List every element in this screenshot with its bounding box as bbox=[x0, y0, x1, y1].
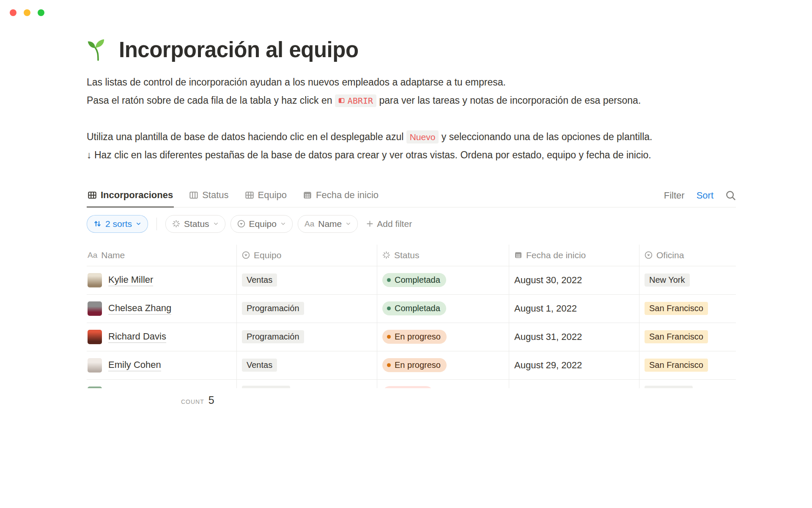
table-footer-count[interactable]: COUNT 5 bbox=[181, 394, 736, 406]
abrir-badge-label: ABRIR bbox=[348, 95, 373, 106]
status-cell[interactable]: En progreso bbox=[377, 323, 509, 351]
equipo-cell[interactable] bbox=[237, 380, 377, 388]
person-page-link[interactable]: Richard Davis bbox=[108, 331, 166, 343]
column-header-fecha-de-inicio[interactable]: Fecha de inicio bbox=[509, 245, 639, 266]
tab-status[interactable]: Status bbox=[188, 187, 229, 207]
chevron-down-icon bbox=[213, 221, 219, 226]
nuevo-badge: Nuevo bbox=[406, 130, 439, 144]
select-icon bbox=[645, 251, 653, 259]
fecha-cell[interactable] bbox=[509, 380, 639, 388]
status-burst-icon bbox=[382, 251, 390, 259]
clipped-row-region bbox=[87, 380, 736, 388]
status-cell[interactable]: Completada bbox=[377, 266, 509, 294]
select-icon bbox=[242, 251, 250, 259]
person-page-link[interactable]: Chelsea Zhang bbox=[108, 303, 171, 315]
oficina-cell[interactable]: San Francisco bbox=[639, 351, 736, 379]
intro-line2-after: para ver las tareas y notas de incorpora… bbox=[379, 95, 641, 106]
status-label: En progreso bbox=[395, 360, 441, 370]
view-tabs: Incorporaciones Status Equipo Fecha de i… bbox=[87, 187, 379, 207]
oficina-cell[interactable]: New York bbox=[639, 266, 736, 294]
column-header-name[interactable]: Aa Name bbox=[87, 245, 237, 266]
tab-equipo[interactable]: Equipo bbox=[244, 187, 288, 207]
fecha-cell[interactable]: August 31, 2022 bbox=[509, 323, 639, 351]
column-header-equipo[interactable]: Equipo bbox=[237, 245, 377, 266]
search-icon[interactable] bbox=[725, 190, 736, 201]
equipo-tag bbox=[242, 386, 290, 388]
status-label: Completada bbox=[395, 275, 440, 285]
equipo-cell[interactable]: Programación bbox=[237, 295, 377, 323]
notion-page: Incorporación al equipo Las listas de co… bbox=[87, 37, 736, 406]
oficina-cell[interactable]: San Francisco bbox=[639, 323, 736, 351]
name-filter-chip[interactable]: Aa Name bbox=[298, 215, 358, 233]
seedling-icon bbox=[87, 39, 110, 61]
sort-button[interactable]: Sort bbox=[697, 190, 713, 201]
oficina-cell[interactable]: San Francisco bbox=[639, 295, 736, 323]
start-date: August 29, 2022 bbox=[514, 360, 582, 371]
intro-line2-before: Pasa el ratón sobre de cada fila de la t… bbox=[87, 95, 332, 106]
oficina-tag bbox=[645, 386, 693, 388]
tab-label: Status bbox=[202, 190, 228, 201]
name-cell[interactable] bbox=[87, 380, 237, 388]
open-page-icon bbox=[338, 97, 345, 104]
close-window-button[interactable] bbox=[10, 9, 16, 16]
start-date: August 30, 2022 bbox=[514, 275, 582, 286]
table-row: Chelsea Zhang Programación Completada Au… bbox=[87, 295, 736, 323]
oficina-tag: San Francisco bbox=[645, 302, 708, 315]
tab-fecha-de-inicio[interactable]: Fecha de inicio bbox=[302, 187, 379, 207]
oficina-cell[interactable] bbox=[639, 380, 736, 388]
column-header-oficina[interactable]: Oficina bbox=[639, 245, 736, 266]
equipo-filter-chip[interactable]: Equipo bbox=[230, 215, 293, 233]
status-cell[interactable] bbox=[377, 380, 509, 388]
board-view-icon bbox=[189, 190, 198, 200]
chevron-down-icon bbox=[346, 221, 351, 226]
equipo-cell[interactable]: Ventas bbox=[237, 266, 377, 294]
chevron-down-icon bbox=[280, 221, 286, 226]
person-page-link[interactable]: Emily Cohen bbox=[108, 359, 161, 371]
status-pill: En progreso bbox=[382, 330, 447, 344]
fecha-cell[interactable]: August 30, 2022 bbox=[509, 266, 639, 294]
equipo-cell[interactable]: Programación bbox=[237, 323, 377, 351]
person-page-link[interactable]: Kylie Miller bbox=[108, 274, 153, 286]
oficina-tag: San Francisco bbox=[645, 330, 708, 343]
name-cell[interactable]: Chelsea Zhang bbox=[87, 295, 237, 323]
sorts-chip[interactable]: 2 sorts bbox=[87, 215, 148, 233]
table-view-icon bbox=[88, 190, 97, 200]
status-dot-icon bbox=[387, 363, 391, 367]
status-cell[interactable]: Completada bbox=[377, 295, 509, 323]
chip-label: Status bbox=[184, 219, 209, 229]
database-toolbar: Incorporaciones Status Equipo Fecha de i… bbox=[87, 187, 736, 207]
zoom-window-button[interactable] bbox=[38, 9, 44, 16]
name-cell[interactable]: Kylie Miller bbox=[87, 266, 237, 294]
sort-arrows-icon bbox=[93, 220, 102, 228]
fecha-cell[interactable]: August 29, 2022 bbox=[509, 351, 639, 379]
status-dot-icon bbox=[387, 306, 391, 310]
column-header-status[interactable]: Status bbox=[377, 245, 509, 266]
minimize-window-button[interactable] bbox=[24, 9, 30, 16]
status-filter-chip[interactable]: Status bbox=[165, 215, 225, 233]
calendar-icon bbox=[514, 251, 522, 259]
intro-paragraph: Las listas de control de incorporación a… bbox=[87, 73, 736, 110]
chevron-down-icon bbox=[136, 221, 141, 226]
status-pill: En progreso bbox=[382, 358, 447, 372]
avatar bbox=[88, 301, 102, 316]
name-cell[interactable]: Richard Davis bbox=[87, 323, 237, 351]
add-filter-button[interactable]: Add filter bbox=[366, 219, 412, 229]
equipo-cell[interactable]: Ventas bbox=[237, 351, 377, 379]
status-cell[interactable]: En progreso bbox=[377, 351, 509, 379]
status-pill: Completada bbox=[382, 273, 446, 287]
avatar bbox=[88, 273, 102, 287]
oficina-tag: New York bbox=[645, 273, 690, 287]
fecha-cell[interactable]: August 1, 2022 bbox=[509, 295, 639, 323]
instr-line2: ↓ Haz clic en las diferentes pestañas de… bbox=[87, 149, 651, 160]
name-cell[interactable]: Emily Cohen bbox=[87, 351, 237, 379]
table-header-row: Aa Name Equipo Status Fecha de inicio Of… bbox=[87, 245, 736, 266]
table-row: Kylie Miller Ventas Completada August 30… bbox=[87, 266, 736, 295]
filter-button[interactable]: Filter bbox=[664, 190, 685, 201]
table-row: Richard Davis Programación En progreso A… bbox=[87, 323, 736, 351]
column-label: Fecha de inicio bbox=[526, 250, 586, 260]
instructions-paragraph: Utiliza una plantilla de base de datos h… bbox=[87, 128, 736, 164]
tab-label: Incorporaciones bbox=[101, 190, 173, 201]
status-pill: Completada bbox=[382, 301, 446, 315]
tab-incorporaciones[interactable]: Incorporaciones bbox=[87, 187, 174, 207]
column-label: Name bbox=[101, 250, 125, 260]
